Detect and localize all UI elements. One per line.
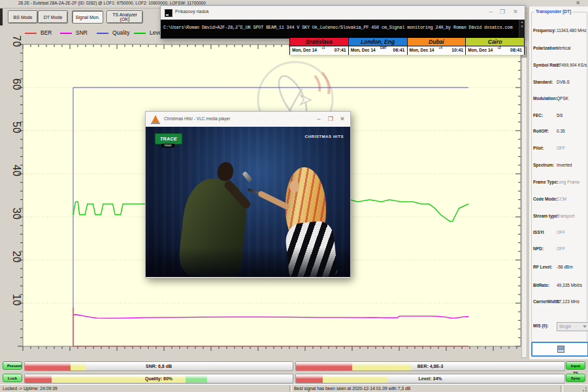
- clock-london-eng: London, EngMon, Dec 14GMT06:41: [349, 38, 408, 55]
- chart-scrollbar[interactable]: [521, 44, 527, 358]
- tp-value: -58 dBm: [557, 265, 573, 269]
- y-axis-label: 60: [11, 78, 22, 90]
- clock-date: Mon, Dec 14: [410, 48, 434, 52]
- channel-logo-sub: XMAS: [161, 144, 174, 148]
- tp-value: 49,335 Mbit/s: [557, 283, 582, 287]
- level-bar-label: Level: 34%: [296, 374, 564, 383]
- status-lock-uptime: Locked -> Uptime: 24:09:39: [3, 386, 57, 391]
- cmd-titlebar[interactable]: Príkazový riadok – ❐ ✕: [161, 6, 525, 20]
- clock-utc-offset: +1: [321, 46, 325, 50]
- tp-label-bitrate: BitRate:: [533, 283, 549, 287]
- quality-bar-label: Quality: 60%: [25, 374, 293, 383]
- cmd-maximize-button[interactable]: ❐: [497, 8, 508, 15]
- tp-label-rolloff: RollOff:: [533, 129, 549, 133]
- clock-date: Mon, Dec 14: [468, 48, 493, 52]
- ts-tool-button[interactable]: [531, 342, 588, 357]
- transponder-groupbox: [531, 12, 587, 345]
- tp-label-fec: FEC:: [533, 113, 543, 118]
- stage-floor: [146, 247, 350, 277]
- microphone-icon: [242, 171, 252, 183]
- present-button[interactable]: Present: [3, 361, 22, 370]
- vlc-video[interactable]: TRACE XMAS CHRISTMAS HITS: [146, 127, 350, 277]
- clock-cairo: CairoMon, Dec 14+208:41: [466, 38, 525, 55]
- tp-value: 0.35: [557, 129, 565, 133]
- ber-bar-label: BER: 4,8E-3: [296, 362, 564, 370]
- tp-label-code-mode: Code Mode:: [533, 197, 557, 201]
- ber-progressbar: BER: 4,8E-3: [295, 361, 565, 371]
- tp-label-mis-0: MIS (0):: [533, 323, 548, 328]
- tp-label-standard: Standard:: [533, 80, 553, 84]
- clock-time: 07:41: [335, 48, 346, 52]
- tp-label-modulation: Modulation:: [533, 96, 557, 101]
- close-icon[interactable]: ✕: [576, 0, 580, 6]
- y-axis-label: 40: [11, 165, 22, 176]
- bs-mode-button[interactable]: BS Mode: [8, 10, 38, 24]
- statusbar-divider: [289, 385, 292, 392]
- clock-city-label: Dubai: [408, 38, 466, 46]
- vlc-titlebar[interactable]: Christmas Hits! - VLC media player – ❐ ✕: [146, 112, 350, 127]
- chevron-down-icon: [583, 325, 587, 328]
- cmd-close-button[interactable]: ✕: [510, 8, 521, 15]
- tp-label-frequency: Frequency:: [533, 28, 556, 33]
- tp-label-stream-type: Stream type:: [533, 214, 559, 218]
- clock-time-cell: Mon, Dec 14+410:41: [408, 46, 466, 55]
- clock-time-cell: Mon, Dec 14+107:41: [290, 46, 348, 55]
- input-ts-button[interactable]: Input TS: [566, 361, 585, 370]
- quality-progressbar: Quality: 60%: [24, 374, 293, 384]
- window-title: 28.2E - Eutelsat 28A-2A-2E-2F (ID: 0282)…: [18, 1, 206, 5]
- dt-mode-button[interactable]: DT Mode: [38, 10, 68, 24]
- cmd-minimize-button[interactable]: –: [485, 8, 496, 15]
- cmd-window-title: Príkazový riadok: [175, 9, 209, 14]
- vlc-close-button[interactable]: ✕: [337, 116, 348, 122]
- tp-value: OFF: [557, 146, 565, 150]
- cmd-scrollbar[interactable]: ▴ ▾: [519, 20, 525, 39]
- scroll-down-icon[interactable]: ▾: [519, 24, 525, 29]
- clock-time-cell: Mon, Dec 14GMT06:41: [349, 46, 407, 55]
- y-axis-label: 70: [11, 35, 22, 47]
- program-title-overlay: CHRISTMAS HITS: [305, 135, 344, 139]
- lock-button[interactable]: Lock: [3, 374, 22, 382]
- scroll-up-icon[interactable]: ▴: [519, 20, 525, 24]
- clock-city-label: London, Eng: [349, 38, 407, 46]
- tp-value: 11343,480 MHz: [557, 28, 586, 33]
- tp-label-frame-type: Frame Type:: [533, 180, 558, 184]
- window-stack-icon: [557, 349, 564, 353]
- signal-mon-button[interactable]: Signal Mon.: [72, 10, 103, 24]
- level-progressbar: Level: 34%: [295, 374, 565, 384]
- toolbar-grip[interactable]: [0, 8, 3, 25]
- statusbar: Locked -> Uptime: 24:09:39 Best signal h…: [0, 384, 588, 392]
- clock-dubai: DubaiMon, Dec 14+410:41: [408, 38, 466, 55]
- resize-grip[interactable]: [582, 387, 587, 392]
- ts-analyzer-button[interactable]: TS Analyzer (OK): [106, 10, 143, 24]
- tp-label-rf-level: RF Level:: [533, 265, 552, 269]
- y-axis-label: 30: [11, 208, 22, 220]
- clock-utc-offset: GMT: [380, 46, 387, 50]
- snr-progressbar: SNR: 6,8 dB: [24, 361, 293, 371]
- app-window: 28.2E - Eutelsat 28A-2A-2E-2F (ID: 0282)…: [0, 0, 588, 392]
- tp-value: DVB-S: [557, 80, 570, 84]
- transponder-group-label: Transponder [DT]: [534, 9, 572, 14]
- tp-label-polarization: Polarization:: [533, 46, 559, 50]
- vlc-cone-icon: [152, 115, 159, 123]
- tp-label-pilot: Pilot:: [533, 146, 544, 150]
- clock-time: 10:41: [451, 48, 463, 52]
- sync-ts-button[interactable]: Sync TS: [566, 374, 585, 382]
- vlc-window: Christmas Hits! - VLC media player – ❐ ✕…: [145, 111, 351, 278]
- channel-logo: TRACE: [155, 133, 182, 144]
- tp-value: 27499,904 KS/s: [557, 63, 587, 67]
- cmd-console[interactable]: C:\Users\Roman Dávid>A2F-28,2°E_UK SPOT …: [161, 20, 525, 39]
- tp-label-issyi: ISSYI: [533, 230, 544, 235]
- vlc-maximize-button[interactable]: ❐: [325, 116, 336, 122]
- tp-label-spectrum: Spectrum:: [533, 163, 554, 167]
- vlc-window-title: Christmas Hits! - VLC media player: [164, 116, 231, 121]
- clock-city-label: Bratislava: [290, 38, 348, 46]
- clock-time: 08:41: [510, 48, 522, 52]
- tp-value: 37,123 MHz: [557, 299, 580, 304]
- mis-select[interactable]: Single: [557, 322, 588, 331]
- tp-value: Long Frame: [557, 180, 580, 184]
- y-axis-label: 10: [11, 294, 22, 306]
- vlc-minimize-button[interactable]: –: [314, 116, 324, 122]
- tp-value: Vertical: [557, 46, 570, 50]
- cmd-window: Príkazový riadok – ❐ ✕ C:\Users\Roman Dá…: [160, 5, 525, 39]
- clock-time-cell: Mon, Dec 14+208:41: [466, 46, 524, 55]
